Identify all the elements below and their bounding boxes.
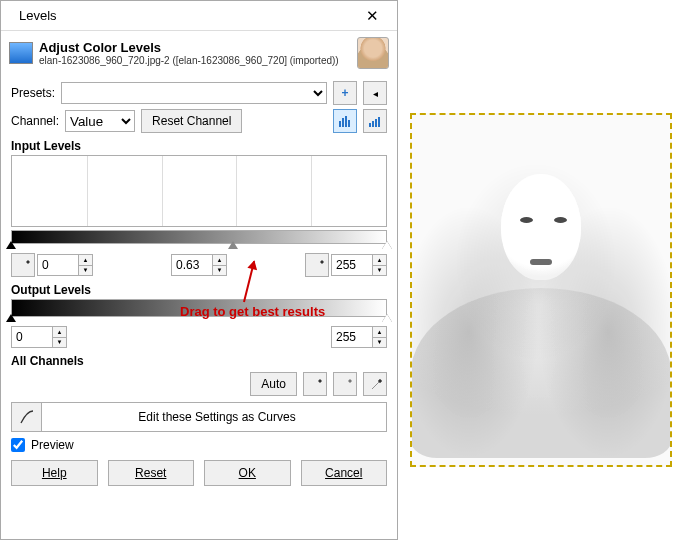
white-point-input[interactable]: ▲▼ <box>331 254 387 276</box>
up-arrow-icon[interactable]: ▲ <box>79 255 92 266</box>
eyedropper-white-icon <box>368 377 382 391</box>
close-icon[interactable]: ✕ <box>355 7 389 25</box>
reset-button[interactable]: Reset <box>108 460 195 486</box>
up-arrow-icon[interactable]: ▲ <box>53 327 66 338</box>
edit-as-curves-button[interactable]: Edit these Settings as Curves <box>48 405 386 429</box>
out-low-input[interactable]: ▲▼ <box>11 326 67 348</box>
preset-menu-button[interactable]: ◂ <box>363 81 387 105</box>
svg-rect-7 <box>378 117 380 127</box>
black-point-handle[interactable] <box>6 241 16 249</box>
channel-label: Channel: <box>11 114 59 128</box>
down-arrow-icon[interactable]: ▼ <box>373 266 386 276</box>
help-button[interactable]: Help <box>11 460 98 486</box>
pick-white-all-button[interactable] <box>363 372 387 396</box>
presets-select[interactable] <box>61 82 327 104</box>
input-handles[interactable] <box>11 241 387 249</box>
up-arrow-icon[interactable]: ▲ <box>373 327 386 338</box>
log-hist-icon <box>368 114 382 128</box>
input-levels-title: Input Levels <box>11 139 387 153</box>
down-arrow-icon[interactable]: ▼ <box>213 266 226 276</box>
down-arrow-icon[interactable]: ▼ <box>79 266 92 276</box>
eyedropper-black-icon <box>16 258 30 272</box>
eyedropper-gray-icon <box>338 377 352 391</box>
image-thumbnail <box>357 37 389 69</box>
eyedropper-black-icon <box>308 377 322 391</box>
window-title: Levels <box>9 8 355 23</box>
linear-histogram-button[interactable] <box>333 109 357 133</box>
ok-button[interactable]: OK <box>204 460 291 486</box>
all-channels-title: All Channels <box>11 354 387 368</box>
annotation-text: Drag to get best results <box>180 304 325 319</box>
svg-rect-3 <box>348 120 350 127</box>
black-point-input[interactable]: ▲▼ <box>37 254 93 276</box>
log-histogram-button[interactable] <box>363 109 387 133</box>
out-high-handle[interactable] <box>382 314 392 322</box>
svg-rect-4 <box>369 123 371 127</box>
dialog-title: Adjust Color Levels <box>39 40 351 55</box>
levels-icon <box>9 42 33 64</box>
up-arrow-icon[interactable]: ▲ <box>213 255 226 266</box>
sketch-preview <box>412 115 670 465</box>
svg-rect-5 <box>372 121 374 127</box>
preview-label: Preview <box>31 438 74 452</box>
gamma-value[interactable] <box>172 255 212 275</box>
svg-rect-2 <box>345 116 347 127</box>
pick-white-button[interactable] <box>305 253 329 277</box>
histogram <box>11 155 387 227</box>
down-arrow-icon[interactable]: ▼ <box>373 338 386 348</box>
gamma-input[interactable]: ▲▼ <box>171 254 227 276</box>
svg-rect-1 <box>342 118 344 127</box>
eyedropper-white-icon <box>310 258 324 272</box>
linear-hist-icon <box>338 114 352 128</box>
pick-black-button[interactable] <box>11 253 35 277</box>
preview-checkbox[interactable] <box>11 438 25 452</box>
up-arrow-icon[interactable]: ▲ <box>373 255 386 266</box>
white-point-handle[interactable] <box>382 241 392 249</box>
reset-channel-button[interactable]: Reset Channel <box>141 109 242 133</box>
output-levels-title: Output Levels <box>11 283 387 297</box>
titlebar[interactable]: Levels ✕ <box>1 1 397 31</box>
channel-select[interactable]: Value <box>65 110 135 132</box>
pick-gray-all-button[interactable] <box>333 372 357 396</box>
out-low-value[interactable] <box>12 327 52 347</box>
presets-label: Presets: <box>11 86 55 100</box>
down-arrow-icon[interactable]: ▼ <box>53 338 66 348</box>
curves-icon-button[interactable] <box>12 403 42 431</box>
black-point-value[interactable] <box>38 255 78 275</box>
pick-black-all-button[interactable] <box>303 372 327 396</box>
levels-dialog: Levels ✕ Adjust Color Levels elan-162308… <box>0 0 398 540</box>
out-high-value[interactable] <box>332 327 372 347</box>
white-point-value[interactable] <box>332 255 372 275</box>
dialog-subtitle: elan-1623086_960_720.jpg-2 ([elan-162308… <box>39 55 351 66</box>
cancel-button[interactable]: Cancel <box>301 460 388 486</box>
auto-button[interactable]: Auto <box>250 372 297 396</box>
menu-triangle-icon: ◂ <box>373 88 378 99</box>
curves-icon <box>20 410 34 424</box>
image-canvas <box>410 113 672 467</box>
add-preset-button[interactable]: + <box>333 81 357 105</box>
svg-rect-6 <box>375 119 377 127</box>
plus-icon: + <box>341 86 348 100</box>
svg-rect-0 <box>339 121 341 127</box>
out-low-handle[interactable] <box>6 314 16 322</box>
out-high-input[interactable]: ▲▼ <box>331 326 387 348</box>
gamma-handle[interactable] <box>228 241 238 249</box>
